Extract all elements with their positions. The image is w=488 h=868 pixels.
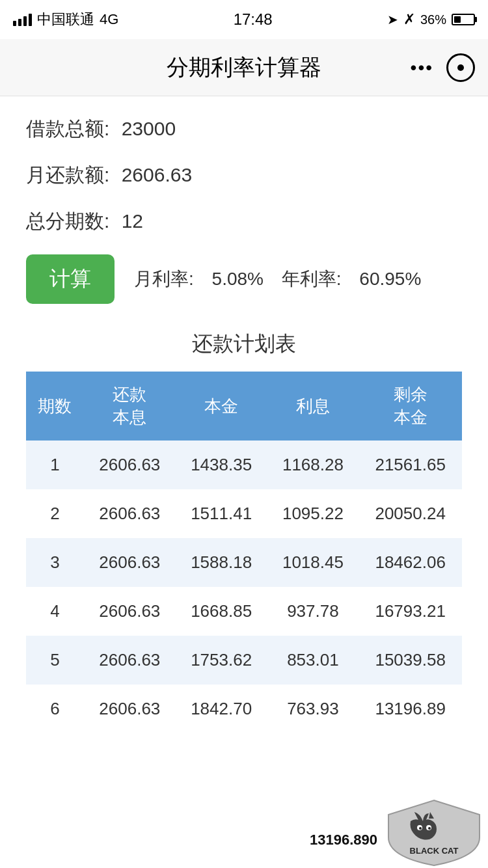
- cell-remaining: 13196.89: [359, 685, 462, 733]
- monthly-payment-row: 月还款额: 2606.63: [26, 162, 462, 189]
- record-icon[interactable]: [446, 53, 475, 82]
- location-icon: ➤: [387, 12, 398, 27]
- table-row: 42606.631668.85937.7816793.21: [26, 587, 462, 636]
- cell-payment: 2606.63: [84, 636, 176, 685]
- calculate-button[interactable]: 计算: [26, 254, 115, 304]
- col-remaining: 剩余本金: [359, 372, 462, 441]
- cell-period: 1: [26, 441, 84, 489]
- cell-payment: 2606.63: [84, 685, 176, 733]
- cell-remaining: 15039.58: [359, 636, 462, 685]
- monthly-rate-value: 5.08%: [212, 269, 264, 289]
- cell-period: 3: [26, 538, 84, 587]
- nav-bar: 分期利率计算器 •••: [0, 39, 488, 96]
- col-period: 期数: [26, 372, 84, 441]
- cell-interest: 937.78: [267, 587, 359, 636]
- loan-amount-row: 借款总额: 23000: [26, 116, 462, 142]
- cell-remaining: 16793.21: [359, 587, 462, 636]
- loan-amount-value[interactable]: 23000: [122, 118, 176, 139]
- more-icon[interactable]: •••: [411, 57, 433, 78]
- nav-icons: •••: [411, 53, 475, 82]
- cell-payment: 2606.63: [84, 489, 176, 538]
- monthly-payment-value[interactable]: 2606.63: [122, 164, 192, 185]
- calc-result: 月利率: 5.08% 年利率: 60.95%: [134, 267, 434, 292]
- svg-point-2: [419, 827, 422, 830]
- cell-interest: 763.93: [267, 685, 359, 733]
- table-title: 还款计划表: [26, 330, 462, 359]
- main-content: 借款总额: 23000 月还款额: 2606.63 总分期数: 12 计算 月利…: [0, 96, 488, 753]
- repayment-table: 期数 还款本息 本金 利息 剩余本金 12606.631438.351168.2…: [26, 372, 462, 733]
- network-label: 4G: [100, 11, 118, 28]
- total-periods-label: 总分期数: 12: [26, 210, 143, 232]
- status-left: 中国联通 4G: [13, 10, 118, 29]
- cell-principal: 1588.18: [176, 538, 267, 587]
- cell-interest: 1095.22: [267, 489, 359, 538]
- battery-pct-label: 36%: [420, 12, 446, 27]
- bluetooth-icon: ✗: [403, 11, 415, 28]
- cell-period: 6: [26, 685, 84, 733]
- watermark-number: 13196.890: [310, 832, 377, 848]
- monthly-rate-label: 月利率:: [134, 269, 194, 289]
- svg-point-0: [417, 825, 422, 830]
- cell-principal: 1842.70: [176, 685, 267, 733]
- cell-principal: 1753.62: [176, 636, 267, 685]
- total-periods-row: 总分期数: 12: [26, 208, 462, 235]
- table-row: 12606.631438.351168.2821561.65: [26, 441, 462, 489]
- page-title: 分期利率计算器: [167, 53, 321, 83]
- cell-principal: 1511.41: [176, 489, 267, 538]
- cell-payment: 2606.63: [84, 538, 176, 587]
- monthly-payment-label: 月还款额: 2606.63: [26, 164, 192, 185]
- annual-rate-value: 60.95%: [359, 269, 421, 289]
- svg-text:BLACK CAT: BLACK CAT: [410, 846, 459, 856]
- cell-interest: 1168.28: [267, 441, 359, 489]
- col-principal: 本金: [176, 372, 267, 441]
- cell-period: 2: [26, 489, 84, 538]
- cell-principal: 1668.85: [176, 587, 267, 636]
- cell-remaining: 21561.65: [359, 441, 462, 489]
- time-label: 17:48: [234, 10, 273, 29]
- svg-point-1: [426, 825, 431, 830]
- col-interest: 利息: [267, 372, 359, 441]
- status-bar: 中国联通 4G 17:48 ➤ ✗ 36%: [0, 0, 488, 39]
- calculate-row: 计算 月利率: 5.08% 年利率: 60.95%: [26, 254, 462, 304]
- svg-point-3: [428, 827, 431, 830]
- battery-icon: [452, 14, 475, 25]
- table-header-row: 期数 还款本息 本金 利息 剩余本金: [26, 372, 462, 441]
- cell-period: 4: [26, 587, 84, 636]
- cell-payment: 2606.63: [84, 587, 176, 636]
- cell-remaining: 18462.06: [359, 538, 462, 587]
- carrier-label: 中国联通: [37, 10, 94, 29]
- status-right: ➤ ✗ 36%: [387, 11, 475, 28]
- table-row: 22606.631511.411095.2220050.24: [26, 489, 462, 538]
- total-periods-value[interactable]: 12: [122, 210, 143, 232]
- table-row: 52606.631753.62853.0115039.58: [26, 636, 462, 685]
- cell-interest: 1018.45: [267, 538, 359, 587]
- cell-principal: 1438.35: [176, 441, 267, 489]
- loan-amount-label: 借款总额: 23000: [26, 118, 176, 139]
- cell-period: 5: [26, 636, 84, 685]
- cell-remaining: 20050.24: [359, 489, 462, 538]
- black-cat-logo: BLACK CAT: [381, 795, 488, 868]
- col-payment: 还款本息: [84, 372, 176, 441]
- table-row: 62606.631842.70763.9313196.89: [26, 685, 462, 733]
- watermark: 13196.890 BLACK CAT: [381, 795, 488, 868]
- cell-interest: 853.01: [267, 636, 359, 685]
- table-row: 32606.631588.181018.4518462.06: [26, 538, 462, 587]
- annual-rate-label: 年利率:: [282, 269, 342, 289]
- signal-icon: [13, 14, 32, 26]
- cell-payment: 2606.63: [84, 441, 176, 489]
